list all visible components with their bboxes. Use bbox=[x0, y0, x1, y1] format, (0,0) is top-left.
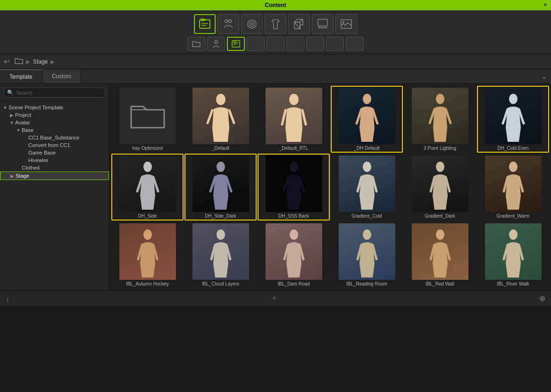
toolbar-image-btn[interactable] bbox=[335, 14, 357, 34]
add-btn[interactable]: + bbox=[272, 294, 277, 303]
svg-line-11 bbox=[300, 19, 303, 22]
grid-label-ibl-cloud: IBL_Cloud Layers bbox=[202, 281, 240, 286]
breadcrumb-folder-icon bbox=[15, 57, 23, 66]
grid-item-gradient-dark[interactable]: Gradient_Dark bbox=[404, 154, 476, 220]
tree-item-base[interactable]: ▼ Base bbox=[0, 126, 109, 134]
toolbar-folder-btn[interactable] bbox=[187, 37, 205, 51]
grid-label-dh-cold-even: DH_Cold Even bbox=[497, 146, 528, 151]
svg-point-19 bbox=[342, 21, 344, 23]
grid-item-folder[interactable]: Iray Optimized bbox=[111, 86, 184, 153]
tree-item-project[interactable]: ▶ Project bbox=[0, 111, 109, 119]
grid-item-3point[interactable]: 3 Point Lighting bbox=[404, 86, 476, 153]
toolbar-scene-sub-btn[interactable] bbox=[227, 37, 245, 51]
grid-item-gradient-warm[interactable]: Gradient_Warm bbox=[477, 154, 549, 220]
grid-label-default-rtl: _Default_RTL bbox=[279, 146, 309, 151]
grid-item-ibl-river[interactable]: IBL_River Walk bbox=[477, 221, 549, 288]
toolbar-scene-btn[interactable] bbox=[194, 14, 216, 34]
toolbar-sub7-btn[interactable] bbox=[306, 37, 324, 51]
toolbar-sub6-btn[interactable] bbox=[286, 37, 304, 51]
grid-label-dh-side-dark: DH_Side_Dark bbox=[205, 213, 236, 219]
tree-item-gamebase[interactable]: Game Base bbox=[0, 149, 109, 156]
toolbar-sub9-btn[interactable] bbox=[346, 37, 364, 51]
toolbar-figures-btn[interactable] bbox=[217, 14, 239, 34]
tree-stage-label: Stage bbox=[16, 173, 29, 179]
tree-gamebase-label: Game Base bbox=[28, 150, 56, 155]
svg-point-55 bbox=[509, 162, 518, 172]
tree-item-clothed[interactable]: Clothed bbox=[0, 164, 109, 172]
grid-item-ibl-cloud[interactable]: IBL_Cloud Layers bbox=[184, 221, 257, 288]
toolbar-sub8-btn[interactable] bbox=[326, 37, 344, 51]
grid-label-dh-default: _DH Default bbox=[354, 146, 379, 151]
breadcrumb-bar: ↩ ▶ Stage ▶ bbox=[0, 54, 551, 69]
tree-item-hivewire[interactable]: Hivewire bbox=[0, 156, 109, 164]
title-bar-text: Content bbox=[265, 2, 286, 8]
tree-project-arrow: ▶ bbox=[8, 113, 15, 118]
grid-thumb-dh-default bbox=[339, 88, 395, 144]
close-icon[interactable]: × bbox=[543, 1, 547, 8]
grid-thumb-ibl-cloud bbox=[192, 223, 249, 280]
grid-item-ibl-dam[interactable]: IBL_Dam Road bbox=[258, 221, 330, 288]
tree-cc1-label: CC1 Base_Substance bbox=[28, 135, 79, 140]
grid-item-dh-default[interactable]: _DH Default bbox=[331, 86, 403, 153]
grid-item-dh-sss-back[interactable]: DH_SSS Back bbox=[258, 154, 330, 220]
breadcrumb-arrow1: ▶ bbox=[26, 58, 30, 65]
tab-template[interactable]: Template bbox=[0, 69, 42, 83]
svg-line-30 bbox=[302, 110, 306, 124]
grid-item-dh-side[interactable]: DH_Side bbox=[111, 154, 184, 220]
tree-item-avatar[interactable]: ▼ Avatar bbox=[0, 119, 109, 126]
toolbar-figure-sub-btn[interactable] bbox=[207, 37, 225, 51]
grid-label-dh-side: DH_Side bbox=[138, 213, 157, 219]
grid-item-default-rtl[interactable]: _Default_RTL bbox=[258, 86, 330, 153]
scroll-down-btn[interactable]: ↓ bbox=[6, 294, 9, 303]
grid-thumb-ibl-autumn bbox=[119, 223, 176, 280]
toolbar-morph-btn[interactable] bbox=[241, 14, 263, 34]
grid-thumb-dh-side-dark bbox=[192, 155, 249, 212]
grid-item-ibl-reading[interactable]: IBL_Reading Room bbox=[331, 221, 403, 288]
grid-item-dh-cold-even[interactable]: DH_Cold Even bbox=[477, 86, 549, 153]
grid-item-default[interactable]: _Default bbox=[184, 86, 257, 153]
toolbar-clothing-btn[interactable] bbox=[265, 14, 286, 34]
grid-label-gradient-warm: Gradient_Warm bbox=[496, 213, 529, 219]
toolbar-props-btn[interactable] bbox=[288, 14, 310, 34]
grid-label-ibl-river: IBL_River Walk bbox=[497, 281, 529, 286]
tab-custom[interactable]: Custom bbox=[42, 69, 81, 83]
grid-item-dh-side-dark[interactable]: DH_Side_Dark bbox=[184, 154, 257, 220]
grid-thumb-dh-cold-even bbox=[485, 88, 542, 144]
tab-area: Template Custom ⌄ bbox=[0, 69, 551, 84]
add-icon: + bbox=[272, 294, 277, 303]
tab-collapse-icon[interactable]: ⌄ bbox=[541, 72, 547, 81]
grid-item-ibl-red-wall[interactable]: IBL_Red Wall bbox=[404, 221, 476, 288]
svg-point-25 bbox=[216, 94, 225, 105]
tree-root[interactable]: ▼ Scene Project Template bbox=[0, 104, 109, 111]
tree-root-label: Scene Project Template bbox=[8, 105, 63, 110]
settings-btn[interactable]: ⊕ bbox=[539, 294, 545, 303]
tree-item-stage[interactable]: ▶ Stage bbox=[0, 172, 109, 180]
grid-item-gradient-cold[interactable]: Gradient_Cold bbox=[331, 154, 403, 220]
svg-point-31 bbox=[363, 94, 371, 104]
svg-rect-0 bbox=[200, 20, 210, 28]
svg-point-61 bbox=[217, 229, 225, 240]
tree-hivewire-label: Hivewire bbox=[28, 157, 48, 163]
grid-thumb-ibl-red-wall bbox=[412, 223, 468, 280]
grid-item-ibl-autumn[interactable]: IBL_Autumn Hockey bbox=[111, 221, 184, 288]
svg-point-43 bbox=[217, 162, 225, 172]
tree-avatar-label: Avatar bbox=[15, 120, 30, 125]
breadcrumb-stage[interactable]: Stage bbox=[33, 58, 48, 65]
svg-point-46 bbox=[290, 162, 298, 172]
search-input[interactable] bbox=[16, 90, 102, 96]
grid-label-ibl-dam: IBL_Dam Road bbox=[277, 281, 309, 286]
svg-rect-13 bbox=[318, 19, 327, 26]
back-button[interactable]: ↩ bbox=[4, 57, 10, 66]
grid-thumb-dh-side bbox=[119, 155, 176, 212]
toolbar-sub5-btn[interactable] bbox=[267, 37, 284, 51]
tree-project-label: Project bbox=[15, 112, 31, 118]
toolbar-hair-btn[interactable] bbox=[312, 14, 334, 34]
toolbar-sub4-btn[interactable] bbox=[247, 37, 265, 51]
tree-item-convert[interactable]: Convert from CC1 bbox=[0, 141, 109, 149]
tree-item-cc1base[interactable]: CC1 Base_Substance bbox=[0, 134, 109, 141]
search-input-wrap[interactable]: 🔍 bbox=[4, 88, 105, 98]
grid-label-3point: 3 Point Lighting bbox=[424, 146, 456, 151]
sidebar: 🔍 ▼ Scene Project Template ▶ Project ▼ A… bbox=[0, 84, 109, 290]
grid-label-gradient-cold: Gradient_Cold bbox=[351, 213, 382, 219]
file-tree: ▼ Scene Project Template ▶ Project ▼ Ava… bbox=[0, 102, 109, 290]
